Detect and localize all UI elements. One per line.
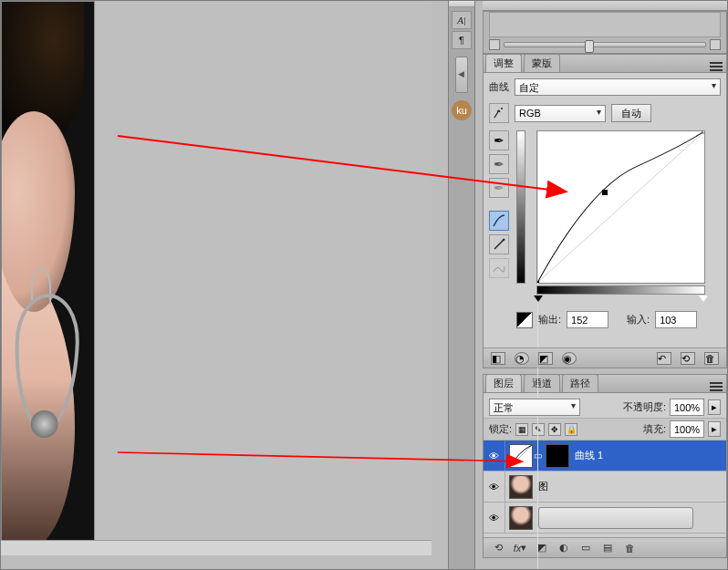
blend-mode-select[interactable]: 正常 (489, 399, 580, 416)
clip-to-layer-icon[interactable] (516, 312, 533, 328)
auto-button[interactable]: 自动 (611, 104, 651, 122)
layer-name[interactable]: 曲线 1 (575, 449, 726, 462)
panel-menu-icon[interactable] (710, 61, 723, 72)
lock-position-icon[interactable]: ✥ (548, 423, 561, 436)
lock-label: 锁定: (489, 422, 512, 436)
new-layer-icon[interactable]: ▤ (600, 542, 615, 554)
layers-tab-row: 图层 通道 路径 (483, 374, 727, 392)
curve-point-marker[interactable] (602, 190, 608, 195)
expand-view-icon[interactable]: ◔ (515, 352, 529, 365)
navigator-panel (483, 11, 727, 54)
layer-mask-thumb[interactable] (546, 444, 569, 468)
paragraph-panel-icon[interactable]: ¶ (452, 31, 472, 49)
input-field[interactable] (655, 311, 697, 328)
fill-label: 填充: (643, 422, 666, 436)
layer-name[interactable]: 图 (538, 480, 726, 493)
navigator-preview[interactable] (489, 12, 721, 37)
curve-pencil-tool-icon[interactable] (489, 234, 509, 254)
curves-preset-select[interactable]: 自定 (515, 78, 721, 96)
adjustments-panel-body: 曲线 自定 RGB 自动 ✒ ✒ ✒ (483, 72, 727, 368)
adjustments-tab-row: 调整 蒙版 (483, 54, 727, 72)
tab-adjustments[interactable]: 调整 (485, 54, 522, 72)
layer-thumb[interactable] (509, 475, 533, 499)
layer-row-image[interactable]: 👁 图 (484, 472, 726, 503)
layer-row-curves1[interactable]: 👁 ▭ 曲线 1 (484, 440, 726, 472)
lock-pixels-icon[interactable]: ✎ (532, 423, 545, 436)
lock-transparency-icon[interactable]: ▦ (515, 423, 528, 436)
layer-fx-icon[interactable]: fx▾ (513, 542, 527, 554)
curves-tool-column: ✒ ✒ ✒ (489, 130, 511, 328)
zoom-slider[interactable] (504, 42, 706, 47)
curve-point-tool-icon[interactable] (489, 211, 509, 231)
dock-grip[interactable] (449, 1, 474, 7)
document-canvas[interactable] (1, 1, 432, 555)
smooth-curve-icon[interactable] (489, 258, 509, 278)
opacity-label: 不透明度: (623, 400, 666, 414)
panel-dock-grip[interactable] (483, 1, 727, 11)
visibility-toggle-icon[interactable]: 👁 (484, 503, 505, 533)
opacity-flyout-icon[interactable]: ▸ (708, 399, 721, 415)
zoom-out-icon[interactable] (489, 39, 500, 50)
clip-icon[interactable]: ◩ (538, 352, 553, 365)
channel-select[interactable]: RGB (515, 105, 606, 122)
black-slider[interactable] (534, 295, 543, 302)
tab-masks[interactable]: 蒙版 (524, 54, 560, 72)
black-point-eyedropper-icon[interactable]: ✒ (489, 130, 509, 150)
canvas-scrollbar-area[interactable] (1, 540, 432, 555)
layer-thumb[interactable] (509, 506, 533, 530)
gray-point-eyedropper-icon[interactable]: ✒ (489, 154, 509, 174)
document-image[interactable] (1, 1, 95, 546)
new-adjustment-icon[interactable]: ◐ (556, 542, 571, 554)
layers-panel-body: 正常 不透明度: ▸ 锁定: ▦ ✎ ✥ 🔒 填充: ▸ 👁 ▭ 曲线 1 � (483, 392, 727, 558)
input-gradient (536, 285, 705, 295)
reset-icon[interactable]: ⟲ (681, 352, 695, 365)
toggle-visibility-icon[interactable]: ◉ (562, 352, 577, 365)
panel-menu-icon[interactable] (710, 381, 723, 392)
expand-dock-button[interactable] (455, 57, 468, 93)
svg-rect-2 (537, 281, 539, 283)
svg-point-0 (501, 108, 503, 109)
white-slider[interactable] (699, 295, 708, 302)
svg-rect-3 (702, 131, 704, 133)
character-panel-icon[interactable]: A| (452, 11, 472, 29)
input-label: 输入: (627, 313, 650, 326)
delete-adjustment-icon[interactable]: 🗑 (704, 352, 719, 365)
return-to-list-icon[interactable]: ◧ (491, 352, 505, 365)
output-gradient (516, 130, 525, 284)
fill-field[interactable] (670, 420, 704, 438)
layer-row-smartobject[interactable]: 👁 (484, 503, 726, 534)
adjustments-footer: ◧ ◔ ◩ ◉ ↶ ⟲ 🗑 (484, 347, 726, 368)
adjustment-thumb[interactable] (509, 444, 533, 468)
link-layers-icon[interactable]: ⟲ (491, 542, 505, 554)
visibility-toggle-icon[interactable]: 👁 (484, 472, 505, 502)
delete-layer-icon[interactable]: 🗑 (622, 542, 637, 554)
kuler-panel-icon[interactable]: ku (452, 100, 472, 120)
curves-label: 曲线 (489, 80, 509, 94)
fill-flyout-icon[interactable]: ▸ (708, 421, 721, 437)
tab-paths[interactable]: 路径 (562, 374, 598, 392)
opacity-field[interactable] (670, 399, 704, 416)
white-point-eyedropper-icon[interactable]: ✒ (489, 178, 509, 198)
svg-line-1 (537, 131, 704, 283)
curves-graph[interactable] (536, 130, 705, 284)
visibility-toggle-icon[interactable]: 👁 (484, 440, 505, 471)
output-label: 输出: (538, 313, 561, 326)
target-adjust-tool-icon[interactable] (489, 103, 509, 123)
new-group-icon[interactable]: ▭ (578, 542, 593, 554)
tab-channels[interactable]: 通道 (524, 374, 560, 392)
smart-object-badge (538, 507, 693, 529)
right-panel-column: 调整 蒙版 曲线 自定 RGB 自动 ✒ (483, 1, 727, 569)
previous-state-icon[interactable]: ↶ (657, 352, 671, 365)
layers-footer: ⟲ fx▾ ◩ ◐ ▭ ▤ 🗑 (484, 537, 726, 557)
collapsed-panel-dock: A| ¶ ku (448, 1, 475, 570)
lock-all-icon[interactable]: 🔒 (565, 423, 577, 436)
output-field[interactable] (567, 311, 608, 328)
tab-layers[interactable]: 图层 (485, 374, 522, 392)
zoom-in-icon[interactable] (710, 39, 721, 50)
